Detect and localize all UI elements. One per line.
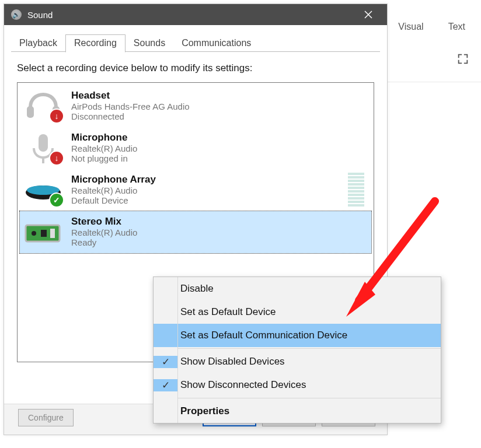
device-name: Microphone <box>71 132 137 144</box>
sound-title-icon: 🔊 <box>11 9 22 20</box>
device-row-headset[interactable]: ↓ Headset AirPods Hands-Free AG Audio Di… <box>20 85 371 127</box>
dialog-title: Sound <box>27 10 53 20</box>
error-badge-icon: ↓ <box>49 108 64 124</box>
menu-set-default-communication-device[interactable]: Set as Default Communication Device <box>154 324 441 347</box>
microphone-array-icon: ✓ <box>23 174 63 206</box>
background-tab-visual[interactable]: Visual <box>386 16 435 37</box>
svg-rect-3 <box>42 158 44 163</box>
check-icon: ✓ <box>154 379 178 391</box>
instruction-text: Select a recording device below to modif… <box>17 62 374 74</box>
svg-rect-8 <box>41 230 47 237</box>
tab-sounds[interactable]: Sounds <box>126 35 173 52</box>
level-meter <box>348 173 364 206</box>
device-row-stereo-mix[interactable]: Stereo Mix Realtek(R) Audio Ready <box>20 211 371 253</box>
menu-separator <box>178 398 441 398</box>
expand-icon[interactable] <box>456 52 469 65</box>
device-name: Headset <box>71 90 190 102</box>
svg-rect-2 <box>39 134 48 152</box>
tab-communications[interactable]: Communications <box>173 35 259 52</box>
device-name: Microphone Array <box>71 174 156 186</box>
close-button[interactable] <box>357 4 380 25</box>
device-subtext: AirPods Hands-Free AG Audio <box>71 102 190 111</box>
device-status: Default Device <box>71 195 156 205</box>
check-icon: ✓ <box>154 356 178 368</box>
check-badge-icon: ✓ <box>49 192 64 208</box>
tab-playback[interactable]: Playback <box>11 35 65 52</box>
microphone-icon: ↓ <box>23 132 63 164</box>
device-status: Disconnected <box>71 111 190 121</box>
svg-rect-0 <box>27 106 34 118</box>
background-tabs: Visual Text <box>386 16 477 37</box>
titlebar: 🔊 Sound <box>4 4 387 25</box>
menu-show-disconnected-devices[interactable]: ✓ Show Disconnected Devices <box>154 373 441 397</box>
menu-set-default-device[interactable]: Set as Default Device <box>154 300 441 324</box>
menu-show-disabled-devices[interactable]: ✓ Show Disabled Devices <box>154 350 441 373</box>
menu-separator <box>178 348 441 349</box>
device-row-microphone[interactable]: ↓ Microphone Realtek(R) Audio Not plugge… <box>20 127 371 169</box>
device-status: Ready <box>71 237 137 247</box>
tabstrip: Playback Recording Sounds Communications <box>4 25 387 52</box>
device-status: Not plugged in <box>71 153 137 163</box>
soundcard-icon <box>23 216 63 249</box>
device-name: Stereo Mix <box>71 216 137 228</box>
background-divider <box>382 82 481 82</box>
context-menu: Disable Set as Default Device Set as Def… <box>153 276 441 424</box>
device-subtext: Realtek(R) Audio <box>71 228 137 237</box>
error-badge-icon: ↓ <box>49 150 64 166</box>
svg-rect-9 <box>50 229 55 238</box>
headset-icon: ↓ <box>23 90 63 123</box>
device-subtext: Realtek(R) Audio <box>71 186 156 195</box>
device-subtext: Realtek(R) Audio <box>71 144 137 153</box>
menu-properties[interactable]: Properties <box>154 400 441 423</box>
device-row-microphone-array[interactable]: ✓ Microphone Array Realtek(R) Audio Defa… <box>20 169 371 211</box>
menu-disable[interactable]: Disable <box>154 277 441 300</box>
tab-recording[interactable]: Recording <box>65 34 126 52</box>
configure-button[interactable]: Configure <box>18 409 74 426</box>
svg-point-7 <box>32 231 36 236</box>
background-tab-text[interactable]: Text <box>436 16 477 37</box>
